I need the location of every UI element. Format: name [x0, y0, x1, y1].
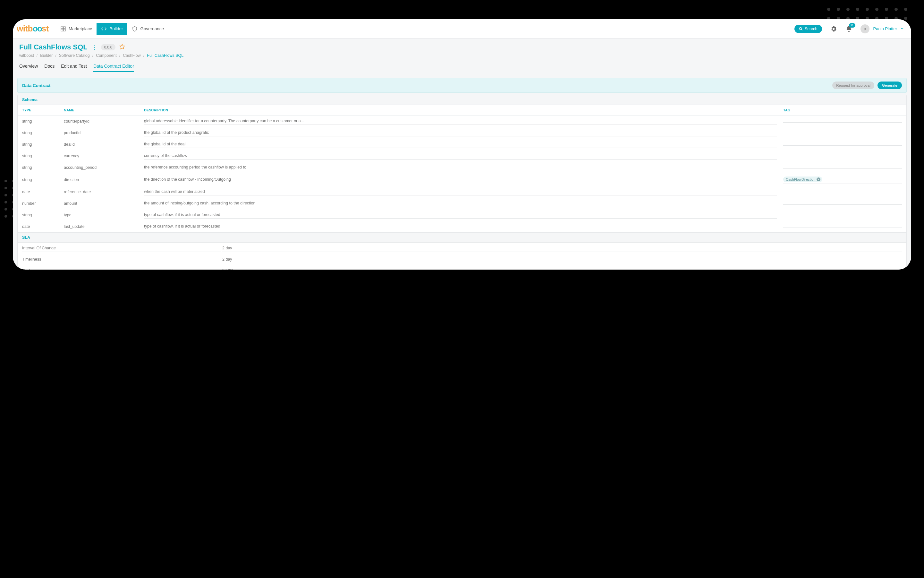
- cell-tag[interactable]: [783, 225, 902, 228]
- table-row: stringdealIdthe global id of the deal: [18, 139, 906, 150]
- cell-type: string: [22, 154, 64, 158]
- sla-label: Timeliness: [22, 256, 221, 263]
- sla-title: SLA: [18, 232, 906, 243]
- cell-desc[interactable]: the reference accounting period the cash…: [144, 164, 783, 171]
- sla-value[interactable]: 2 day: [222, 245, 902, 252]
- generate-button[interactable]: Generate: [877, 81, 902, 89]
- table-row: stringtypetype of cashflow, if it is act…: [18, 209, 906, 221]
- cell-name: reference_date: [64, 190, 144, 194]
- topbar: witboost Marketplace Builder Governance …: [13, 19, 911, 39]
- data-contract-header: Data Contract Request for approval Gener…: [17, 78, 907, 93]
- schema-title: Schema: [18, 95, 906, 105]
- cell-tag[interactable]: [783, 132, 902, 134]
- page-actions-menu[interactable]: ⋮: [91, 44, 97, 51]
- svg-rect-1: [63, 27, 65, 29]
- cell-type: date: [22, 190, 64, 194]
- gear-icon: [830, 25, 837, 32]
- tag-chip[interactable]: CashFlowDirection✕: [783, 177, 822, 182]
- schema-panel: Schema TYPE NAME DESCRIPTION TAG stringc…: [17, 95, 907, 270]
- cell-name: dealId: [64, 142, 144, 147]
- cell-name: type: [64, 213, 144, 217]
- cell-tag[interactable]: [783, 202, 902, 205]
- tab-docs[interactable]: Docs: [44, 62, 55, 72]
- sla-value[interactable]: 99.9%: [222, 267, 902, 270]
- cell-desc[interactable]: the amount of incoing/outgoing cash, acc…: [144, 200, 783, 207]
- table-row: stringdirectionthe direction of the cash…: [18, 173, 906, 186]
- col-tag-header: TAG: [783, 108, 902, 112]
- cell-type: string: [22, 131, 64, 135]
- search-label: Search: [805, 27, 817, 31]
- logo-oo: oo: [33, 24, 42, 34]
- content: Full CashFlows SQL ⋮ 0.0.0 witboost/ Bui…: [13, 39, 911, 270]
- star-icon: [119, 44, 125, 49]
- svg-rect-3: [63, 29, 65, 31]
- cell-desc[interactable]: global addressable identifier for a coun…: [144, 118, 783, 125]
- sla-label: Up Time: [22, 267, 221, 270]
- sla-value[interactable]: 2 day: [222, 256, 902, 263]
- nav-governance[interactable]: Governance: [127, 23, 168, 34]
- user-menu-toggle[interactable]: [900, 26, 904, 32]
- cell-name: last_update: [64, 224, 144, 229]
- cell-desc[interactable]: type of cashflow, if it is actual or for…: [144, 211, 783, 219]
- logo: witboost: [17, 24, 49, 34]
- breadcrumb-item[interactable]: Component: [96, 53, 117, 58]
- breadcrumb-item[interactable]: witboost: [19, 53, 34, 58]
- tab-overview[interactable]: Overview: [19, 62, 38, 72]
- cell-name: productId: [64, 131, 144, 135]
- search-button[interactable]: Search: [795, 25, 822, 33]
- schema-table-header: TYPE NAME DESCRIPTION TAG: [18, 105, 906, 115]
- data-contract-title: Data Contract: [22, 83, 51, 88]
- cell-desc[interactable]: when the cash will be materialized: [144, 188, 783, 195]
- breadcrumb-item[interactable]: CashFlow: [123, 53, 141, 58]
- cell-name: counterpartyId: [64, 119, 144, 123]
- remove-tag-icon[interactable]: ✕: [817, 177, 820, 181]
- settings-button[interactable]: [830, 25, 837, 33]
- breadcrumb-current: Full CashFlows SQL: [147, 53, 183, 58]
- sla-row: Timeliness2 day: [18, 254, 906, 265]
- tab-edit-test[interactable]: Edit and Test: [61, 62, 87, 72]
- table-row: stringproductIdthe global id of the prod…: [18, 127, 906, 139]
- col-desc-header: DESCRIPTION: [144, 108, 783, 112]
- notifications-button[interactable]: 11: [845, 25, 853, 33]
- version-badge: 0.0.0: [101, 44, 116, 50]
- tab-data-contract-editor[interactable]: Data Contract Editor: [93, 62, 134, 72]
- cell-desc[interactable]: the direction of the cashflow - Incoming…: [144, 176, 783, 183]
- table-row: datereference_datewhen the cash will be …: [18, 186, 906, 198]
- page-title: Full CashFlows SQL: [19, 43, 87, 51]
- cell-name: direction: [64, 177, 144, 182]
- cell-tag[interactable]: CashFlowDirection✕: [783, 175, 902, 184]
- nav-marketplace[interactable]: Marketplace: [56, 23, 97, 34]
- cell-tag[interactable]: [783, 166, 902, 169]
- page-title-row: Full CashFlows SQL ⋮ 0.0.0: [17, 43, 907, 51]
- breadcrumb-item[interactable]: Software Catalog: [59, 53, 90, 58]
- avatar[interactable]: p: [861, 24, 869, 33]
- cell-type: string: [22, 165, 64, 170]
- svg-line-5: [801, 29, 802, 30]
- cell-desc[interactable]: type of cashflow, if it is actual or for…: [144, 223, 783, 230]
- cell-name: currency: [64, 154, 144, 158]
- cell-type: number: [22, 201, 64, 206]
- sla-body: Interval Of Change2 dayTimeliness2 dayUp…: [18, 243, 906, 270]
- cell-type: string: [22, 177, 64, 182]
- tabs: Overview Docs Edit and Test Data Contrac…: [17, 62, 907, 73]
- marketplace-icon: [60, 26, 66, 32]
- nav-marketplace-label: Marketplace: [69, 26, 92, 31]
- col-name-header: NAME: [64, 108, 144, 112]
- cell-tag[interactable]: [783, 143, 902, 146]
- cell-type: string: [22, 119, 64, 123]
- breadcrumb-item[interactable]: Builder: [40, 53, 53, 58]
- search-icon: [799, 27, 803, 31]
- cell-name: amount: [64, 201, 144, 206]
- cell-tag[interactable]: [783, 120, 902, 123]
- cell-tag[interactable]: [783, 155, 902, 157]
- nav-builder[interactable]: Builder: [97, 23, 127, 35]
- cell-desc[interactable]: currency of the cashflow: [144, 153, 783, 159]
- cell-tag[interactable]: [783, 191, 902, 193]
- favorite-button[interactable]: [119, 44, 125, 51]
- chevron-down-icon: [900, 27, 904, 31]
- notification-count: 11: [849, 23, 855, 28]
- cell-tag[interactable]: [783, 214, 902, 216]
- cell-desc[interactable]: the global id of the product anagrafic: [144, 129, 783, 136]
- table-row: stringaccounting_periodthe reference acc…: [18, 162, 906, 173]
- cell-desc[interactable]: the global id of the deal: [144, 141, 783, 148]
